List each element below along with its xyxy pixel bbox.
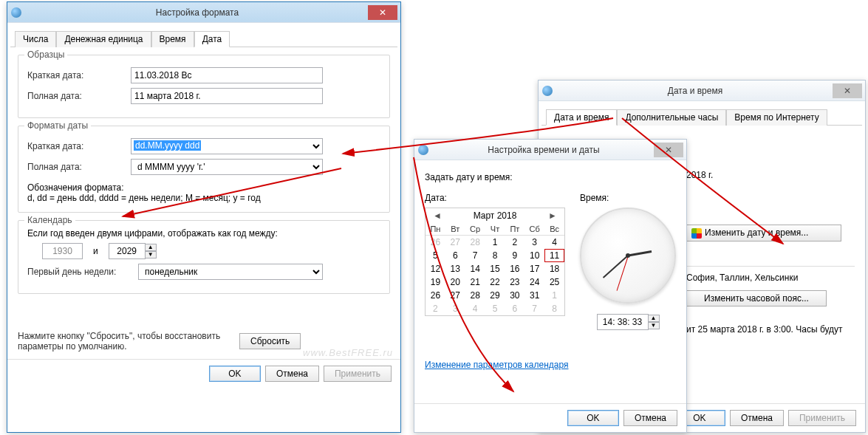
calendar-day[interactable]: 25 bbox=[544, 275, 564, 289]
close-button[interactable]: ✕ bbox=[368, 5, 397, 20]
window-title: Настройка формата bbox=[27, 7, 368, 18]
year-to-spinner[interactable]: ▲▼ bbox=[109, 243, 157, 259]
hour-hand bbox=[628, 250, 652, 257]
calendar-day[interactable]: 28 bbox=[465, 289, 485, 302]
tab-numbers[interactable]: Числа bbox=[15, 31, 56, 47]
calendar-day[interactable]: 6 bbox=[445, 249, 465, 262]
calendar-day[interactable]: 14 bbox=[465, 262, 485, 275]
calendar-day[interactable]: 4 bbox=[465, 302, 485, 315]
samples-group: Образцы Краткая дата: Полная дата: bbox=[18, 55, 390, 118]
calendar-day[interactable]: 26 bbox=[426, 289, 445, 302]
calendar-day[interactable]: 7 bbox=[465, 249, 485, 262]
calendar-dow: Пн bbox=[426, 223, 445, 236]
spin-down[interactable]: ▼ bbox=[145, 251, 157, 258]
calendar-day[interactable]: 21 bbox=[465, 275, 485, 289]
calendar-day[interactable]: 2 bbox=[505, 236, 524, 249]
cancel-button[interactable]: Отмена bbox=[265, 366, 319, 382]
spin-up[interactable]: ▲ bbox=[145, 244, 157, 251]
set-datetime-label: Задать дату и время: bbox=[425, 172, 676, 182]
tab-currency[interactable]: Денежная единица bbox=[56, 31, 151, 47]
calendar-day[interactable]: 18 bbox=[544, 262, 564, 275]
calendar-day[interactable]: 27 bbox=[445, 289, 465, 302]
calendar-day[interactable]: 20 bbox=[445, 275, 465, 289]
calendar-day[interactable]: 12 bbox=[426, 262, 445, 275]
tabs: Дата и время Дополнительные часы Время п… bbox=[541, 104, 862, 126]
calendar-day[interactable]: 7 bbox=[524, 302, 544, 315]
tab-datetime[interactable]: Дата и время bbox=[546, 109, 617, 126]
group-title: Образцы bbox=[24, 49, 67, 60]
calendar-day[interactable]: 17 bbox=[524, 262, 544, 275]
dst-fragment: ит 25 марта 2018 г. в 3:00. Часы будут bbox=[686, 324, 855, 335]
calendar-day[interactable]: 23 bbox=[505, 275, 524, 289]
calendar-day[interactable]: 3 bbox=[524, 236, 544, 249]
calendar-day[interactable]: 26 bbox=[426, 236, 445, 249]
calendar-day[interactable]: 8 bbox=[544, 302, 564, 315]
calendar-day[interactable]: 28 bbox=[465, 236, 485, 249]
calendar-clock-icon bbox=[417, 144, 429, 156]
cancel-button[interactable]: Отмена bbox=[623, 410, 677, 426]
prev-month-button[interactable]: ◄ bbox=[430, 210, 445, 221]
tab-time[interactable]: Время bbox=[151, 31, 194, 47]
time-spinner[interactable]: ▲▼ bbox=[597, 314, 660, 330]
spin-down[interactable]: ▼ bbox=[648, 322, 660, 329]
tab-date[interactable]: Дата bbox=[194, 31, 230, 47]
change-datetime-button[interactable]: Изменить дату и время... bbox=[686, 225, 841, 242]
time-input[interactable] bbox=[597, 314, 649, 330]
apply-button[interactable]: Применить bbox=[788, 410, 856, 426]
next-month-button[interactable]: ► bbox=[545, 210, 560, 221]
timezone-fragment: София, Таллин, Хельсинки bbox=[686, 273, 855, 283]
long-date-format-select[interactable]: d MMMM yyyy 'г.' bbox=[131, 159, 323, 175]
calendar-dow: Вт bbox=[445, 223, 465, 236]
footer: OK Отмена bbox=[414, 403, 686, 432]
time-label: Время: bbox=[580, 193, 676, 203]
calendar-day[interactable]: 24 bbox=[524, 275, 544, 289]
close-button[interactable]: ✕ bbox=[654, 143, 683, 157]
calendar-day[interactable]: 3 bbox=[445, 302, 465, 315]
calendar-day[interactable]: 4 bbox=[544, 236, 564, 249]
calendar[interactable]: ◄ Март 2018 ► ПнВтСрЧтПтСбВс262728123456… bbox=[425, 208, 565, 316]
change-timezone-button[interactable]: Изменить часовой пояс... bbox=[686, 290, 827, 306]
calendar-day[interactable]: 19 bbox=[426, 275, 445, 289]
calendar-day[interactable]: 27 bbox=[445, 236, 465, 249]
format-settings-window: Настройка формата ✕ Числа Денежная едини… bbox=[7, 1, 401, 433]
calendar-day[interactable]: 11 bbox=[544, 249, 564, 262]
tab-internet-time[interactable]: Время по Интернету bbox=[726, 109, 827, 126]
calendar-month: Март 2018 bbox=[474, 210, 517, 221]
legend-label: Обозначения формата: bbox=[27, 182, 380, 193]
first-day-select[interactable]: понедельник bbox=[138, 264, 323, 280]
apply-button[interactable]: Применить bbox=[324, 366, 392, 382]
reset-button[interactable]: Сбросить bbox=[239, 333, 301, 349]
calendar-day[interactable]: 30 bbox=[505, 289, 524, 302]
calendar-day[interactable]: 29 bbox=[485, 289, 505, 302]
date-label: Дата: bbox=[425, 193, 565, 203]
calendar-day[interactable]: 2 bbox=[426, 302, 445, 315]
calendar-day[interactable]: 9 bbox=[505, 249, 524, 262]
calendar-day[interactable]: 6 bbox=[505, 302, 524, 315]
calendar-day[interactable]: 13 bbox=[445, 262, 465, 275]
year-from bbox=[42, 243, 83, 259]
year-to-input[interactable] bbox=[109, 243, 146, 259]
calendar-day[interactable]: 8 bbox=[485, 249, 505, 262]
close-button[interactable]: ✕ bbox=[833, 83, 862, 98]
tab-additional-clocks[interactable]: Дополнительные часы bbox=[617, 109, 726, 126]
calendar-day[interactable]: 1 bbox=[485, 236, 505, 249]
ok-button[interactable]: OK bbox=[209, 366, 261, 382]
calendar-day[interactable]: 31 bbox=[524, 289, 544, 302]
shield-icon bbox=[691, 228, 702, 239]
calendar-settings-link[interactable]: Изменение параметров календаря bbox=[425, 360, 569, 370]
calendar-group: Календарь Если год введен двумя цифрами,… bbox=[18, 220, 390, 294]
legend-text: d, dd = день ddd, dddd = день недели; M … bbox=[27, 193, 380, 203]
reset-hint: Нажмите кнопку "Сбросить", чтобы восстан… bbox=[18, 331, 239, 352]
calendar-day[interactable]: 10 bbox=[524, 249, 544, 262]
ok-button[interactable]: OK bbox=[567, 410, 619, 426]
calendar-day[interactable]: 5 bbox=[426, 249, 445, 262]
spin-up[interactable]: ▲ bbox=[648, 315, 660, 322]
group-title: Календарь bbox=[24, 215, 75, 225]
calendar-day[interactable]: 15 bbox=[485, 262, 505, 275]
calendar-day[interactable]: 5 bbox=[485, 302, 505, 315]
calendar-day[interactable]: 22 bbox=[485, 275, 505, 289]
calendar-day[interactable]: 1 bbox=[544, 289, 564, 302]
calendar-day[interactable]: 16 bbox=[505, 262, 524, 275]
short-date-format-select[interactable] bbox=[131, 138, 323, 154]
cancel-button[interactable]: Отмена bbox=[730, 410, 784, 426]
